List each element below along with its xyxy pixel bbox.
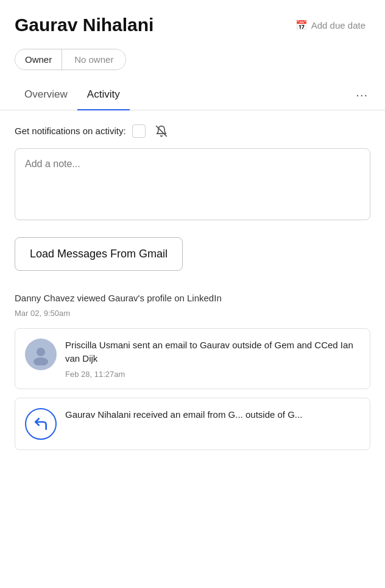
activity-card-content: Gaurav Nihalani received an email from G… (65, 408, 360, 422)
tabs-more-button[interactable]: ··· (353, 83, 370, 107)
notifications-row: Get notifications on activity: (0, 110, 385, 148)
activity-feed: Danny Chavez viewed Gaurav's profile on … (0, 283, 385, 450)
svg-point-1 (37, 348, 45, 356)
tabs-container: Overview Activity (15, 80, 130, 110)
owner-value: No owner (62, 49, 125, 70)
note-input[interactable] (25, 159, 360, 207)
header: Gaurav Nihalani 📅 Add due date (0, 0, 385, 43)
calendar-icon: 📅 (295, 20, 308, 31)
activity-card-content: Priscilla Usmani sent an email to Gaurav… (65, 339, 360, 379)
list-item: Priscilla Usmani sent an email to Gaurav… (15, 328, 370, 389)
list-item: Danny Chavez viewed Gaurav's profile on … (15, 283, 370, 328)
notifications-checkbox[interactable] (132, 124, 146, 138)
list-item: Gaurav Nihalani received an email from G… (15, 398, 370, 450)
activity-text: Danny Chavez viewed Gaurav's profile on … (15, 292, 370, 306)
owner-row: Owner No owner (0, 43, 385, 80)
svg-point-2 (34, 357, 48, 365)
tab-activity[interactable]: Activity (77, 80, 130, 110)
load-gmail-button[interactable]: Load Messages From Gmail (15, 237, 183, 271)
activity-text: Gaurav Nihalani received an email from G… (65, 408, 360, 422)
activity-text: Priscilla Usmani sent an email to Gaurav… (65, 339, 360, 366)
avatar (25, 339, 57, 370)
activity-timestamp: Mar 02, 9:50am (15, 307, 370, 320)
bell-icon[interactable] (152, 121, 171, 141)
owner-pill[interactable]: Owner No owner (15, 49, 126, 70)
page-title: Gaurav Nihalani (15, 15, 154, 35)
tabs-row: Overview Activity ··· (0, 80, 385, 110)
notifications-label: Get notifications on activity: (15, 126, 126, 136)
add-due-date-button[interactable]: 📅 Add due date (291, 17, 370, 34)
tab-overview[interactable]: Overview (15, 80, 77, 110)
owner-label: Owner (15, 49, 62, 70)
avatar (25, 408, 57, 440)
activity-timestamp: Feb 28, 11:27am (65, 370, 360, 379)
note-input-container[interactable] (15, 148, 370, 220)
